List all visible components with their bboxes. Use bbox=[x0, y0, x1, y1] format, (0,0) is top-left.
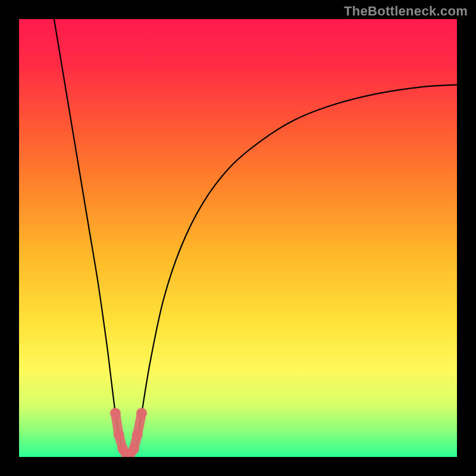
chart-frame: TheBottleneck.com bbox=[0, 0, 476, 476]
bottleneck-curve bbox=[19, 19, 457, 457]
svg-point-6 bbox=[129, 444, 139, 455]
svg-point-7 bbox=[132, 430, 143, 440]
svg-point-1 bbox=[110, 408, 121, 418]
chart-plot-area bbox=[19, 19, 457, 457]
svg-point-8 bbox=[136, 408, 147, 418]
watermark-label: TheBottleneck.com bbox=[344, 4, 468, 19]
svg-point-2 bbox=[114, 430, 124, 440]
